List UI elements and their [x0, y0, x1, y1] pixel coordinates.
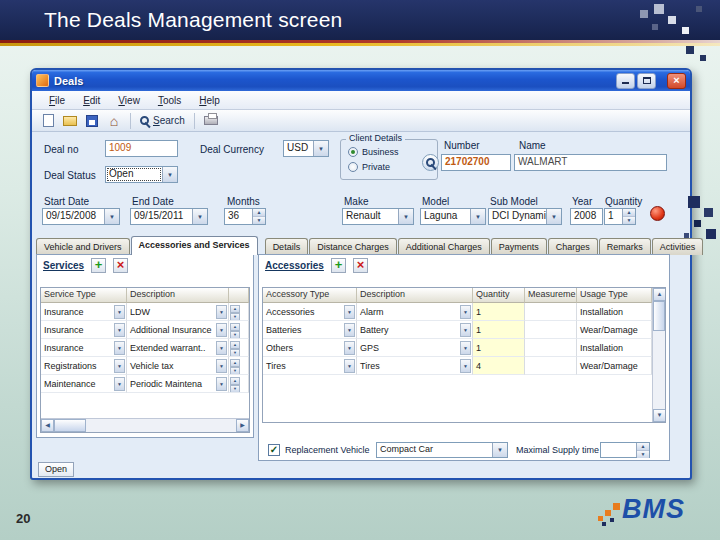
deal-no-field[interactable]: 1009	[105, 140, 178, 157]
chevron-down-icon[interactable]: ▼	[344, 341, 355, 355]
scrollbar-track[interactable]	[86, 419, 236, 432]
scrollbar-thumb[interactable]	[54, 419, 86, 432]
chevron-down-icon[interactable]: ▼	[216, 305, 227, 319]
tab-payments[interactable]: Payments	[491, 238, 547, 255]
name-field[interactable]: WALMART	[514, 154, 667, 171]
chevron-down-icon[interactable]: ▼	[216, 341, 227, 355]
spin-down-icon[interactable]: ▼	[637, 451, 649, 458]
tab-details[interactable]: Details	[265, 238, 309, 255]
service-type-cell[interactable]: Maintenance▼	[41, 375, 127, 393]
accessory-type-cell[interactable]: Batteries▼	[263, 321, 357, 339]
tab-additional-charges[interactable]: Additional Charges	[398, 238, 490, 255]
accessory-qty-cell[interactable]: 1	[473, 303, 525, 321]
service-desc-cell[interactable]: LDW▼	[127, 303, 229, 321]
service-extra-cell[interactable]: ▲▼	[229, 339, 249, 357]
service-extra-cell[interactable]: ▲▼	[229, 303, 249, 321]
accessory-type-cell[interactable]: Tires▼	[263, 357, 357, 375]
chevron-down-icon[interactable]: ▼	[114, 323, 125, 337]
accessory-desc-cell[interactable]: Tires▼	[357, 357, 473, 375]
year-field[interactable]: 2008	[570, 208, 603, 225]
window-titlebar[interactable]: Deals ×	[32, 70, 690, 91]
scroll-left-icon[interactable]: ◀	[41, 419, 54, 432]
scroll-right-icon[interactable]: ▶	[236, 419, 249, 432]
chevron-down-icon[interactable]: ▼	[162, 167, 177, 182]
alert-orb-icon[interactable]	[650, 206, 665, 221]
tab-activities[interactable]: Activities	[652, 238, 704, 255]
new-document-button[interactable]	[39, 112, 57, 130]
service-type-cell[interactable]: Insurance▼	[41, 321, 127, 339]
spinner-arrows[interactable]: ▲▼	[622, 209, 635, 224]
tab-charges[interactable]: Charges	[548, 238, 598, 255]
chevron-down-icon[interactable]: ▼	[460, 359, 471, 373]
add-accessory-button[interactable]: +	[331, 258, 346, 273]
spinner-arrows[interactable]: ▲▼	[230, 377, 240, 391]
save-button[interactable]	[83, 112, 101, 130]
private-radio[interactable]	[348, 162, 358, 172]
model-combo[interactable]: Laguna ▼	[420, 208, 486, 225]
service-type-cell[interactable]: Insurance▼	[41, 303, 127, 321]
service-extra-cell[interactable]: ▲▼	[229, 375, 249, 393]
chevron-down-icon[interactable]: ▼	[114, 305, 125, 319]
accessory-desc-cell[interactable]: GPS▼	[357, 339, 473, 357]
end-date-combo[interactable]: 09/15/2011 ▼	[130, 208, 208, 225]
menu-file[interactable]: File	[40, 93, 74, 108]
service-desc-cell[interactable]: Vehicle tax▼	[127, 357, 229, 375]
replacement-vehicle-checkbox[interactable]: ✓	[268, 444, 280, 456]
spinner-arrows[interactable]: ▲▼	[230, 359, 240, 373]
chevron-down-icon[interactable]: ▼	[114, 359, 125, 373]
business-radio[interactable]	[348, 147, 358, 157]
chevron-down-icon[interactable]: ▼	[344, 359, 355, 373]
chevron-down-icon[interactable]: ▼	[114, 377, 125, 391]
accessory-usage-cell[interactable]: Installation	[577, 303, 652, 321]
spin-up-icon[interactable]: ▲	[637, 443, 649, 451]
column-header-description[interactable]: Description	[127, 288, 229, 303]
delete-service-button[interactable]: ×	[113, 258, 128, 273]
spinner-arrows[interactable]: ▲▼	[636, 443, 649, 457]
spinner-arrows[interactable]: ▲▼	[230, 305, 240, 319]
spinner-arrows[interactable]: ▲▼	[230, 341, 240, 355]
tab-vehicle-and-drivers[interactable]: Vehicle and Drivers	[36, 238, 130, 255]
accessory-qty-cell[interactable]: 1	[473, 321, 525, 339]
add-service-button[interactable]: +	[91, 258, 106, 273]
chevron-down-icon[interactable]: ▼	[344, 323, 355, 337]
chevron-down-icon[interactable]: ▼	[216, 377, 227, 391]
spinner-arrows[interactable]: ▲▼	[230, 323, 240, 337]
accessory-measure-cell[interactable]	[525, 357, 577, 375]
replacement-vehicle-combo[interactable]: Compact Car ▼	[376, 442, 508, 458]
chevron-down-icon[interactable]: ▼	[216, 359, 227, 373]
service-desc-cell[interactable]: Periodic Maintena▼	[127, 375, 229, 393]
chevron-down-icon[interactable]: ▼	[460, 323, 471, 337]
spin-down-icon[interactable]: ▼	[253, 217, 265, 224]
service-extra-cell[interactable]: ▲▼	[229, 321, 249, 339]
accessory-usage-cell[interactable]: Wear/Damage	[577, 321, 652, 339]
deal-status-combo[interactable]: Open ▼	[105, 166, 178, 183]
accessory-measure-cell[interactable]	[525, 303, 577, 321]
service-desc-cell[interactable]: Additional Insurance▼	[127, 321, 229, 339]
open-button[interactable]	[61, 112, 79, 130]
spin-up-icon[interactable]: ▲	[253, 209, 265, 217]
tab-remarks[interactable]: Remarks	[599, 238, 651, 255]
number-field[interactable]: 21702700	[441, 154, 511, 171]
accessory-type-cell[interactable]: Others▼	[263, 339, 357, 357]
menu-help[interactable]: Help	[190, 93, 229, 108]
close-button[interactable]: ×	[667, 73, 686, 89]
menu-view[interactable]: View	[109, 93, 149, 108]
tab-distance-charges[interactable]: Distance Charges	[309, 238, 397, 255]
column-header-accessory-type[interactable]: Accessory Type	[263, 288, 357, 303]
accessory-type-cell[interactable]: Accessories▼	[263, 303, 357, 321]
service-extra-cell[interactable]: ▲▼	[229, 357, 249, 375]
service-desc-cell[interactable]: Extended warrant..▼	[127, 339, 229, 357]
service-type-cell[interactable]: Insurance▼	[41, 339, 127, 357]
home-button[interactable]: ⌂	[105, 112, 123, 130]
scrollbar-thumb[interactable]	[653, 301, 665, 331]
accessory-desc-cell[interactable]: Battery▼	[357, 321, 473, 339]
scrollbar-track[interactable]	[653, 331, 665, 409]
deal-currency-combo[interactable]: USD ▼	[283, 140, 329, 157]
accessory-measure-cell[interactable]	[525, 321, 577, 339]
search-button[interactable]: Search	[138, 115, 187, 126]
chevron-down-icon[interactable]: ▼	[114, 341, 125, 355]
column-header-usage-type[interactable]: Usage Type	[577, 288, 652, 303]
chevron-down-icon[interactable]: ▼	[546, 209, 561, 224]
chevron-down-icon[interactable]: ▼	[460, 341, 471, 355]
menu-tools[interactable]: Tools	[149, 93, 190, 108]
